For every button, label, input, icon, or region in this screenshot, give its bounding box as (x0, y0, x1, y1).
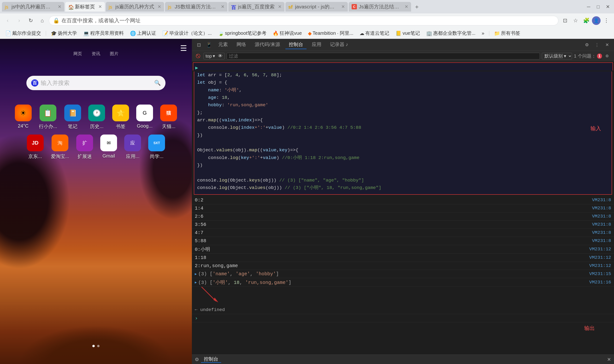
devtools-device-button[interactable]: 📱 (205, 41, 213, 49)
cast-button[interactable]: ⊡ (560, 16, 570, 26)
app-weather[interactable]: ☀ 24°C (15, 104, 32, 130)
close-button[interactable]: ✕ (603, 2, 612, 11)
devtools-tab-application[interactable]: 应用 (308, 40, 325, 49)
source-link-5[interactable]: VM231:8 (587, 230, 611, 235)
app-office[interactable]: 📋 行小办... (39, 104, 57, 130)
tab-js-traverse[interactable]: js js中的几种遍历方... ✕ (2, 2, 64, 12)
devtools-tab-sources[interactable]: 源代码/来源 (251, 40, 284, 49)
extensions-button[interactable]: 🧩 (581, 16, 591, 26)
minimize-button[interactable]: ─ (584, 2, 593, 11)
filter-input[interactable] (229, 53, 537, 59)
nav-web[interactable]: 网页 (73, 51, 82, 57)
tab-js-array[interactable]: js JS数组遍历方法：... ✕ (165, 2, 227, 12)
expand-arrow-1[interactable]: ▶ (195, 272, 197, 276)
address-bar[interactable]: 🔒 在百度中搜索，或者输入一个网址 (49, 16, 558, 26)
devtools-more-button[interactable]: ⋮ (593, 41, 601, 49)
bookmark-thesis[interactable]: 📝 毕业设计（论文）... (160, 30, 214, 37)
nav-images[interactable]: 图片 (110, 51, 118, 57)
bookmark-teambition[interactable]: ◆ Teambition · 阿里... (306, 30, 356, 37)
tab-baidu-search[interactable]: 百 js遍历_百度搜索 ✕ (228, 2, 285, 12)
page-dot-1[interactable] (92, 345, 95, 347)
expand-arrow-2[interactable]: ▶ (195, 280, 197, 284)
bookmark-all[interactable]: 📁 所有书签 (492, 30, 523, 37)
app-study[interactable]: SXT 尚学... (148, 134, 165, 160)
bookmark-more[interactable]: » (479, 30, 487, 37)
bookmark-button[interactable]: ☆ (571, 16, 580, 26)
app-ext[interactable]: 扩 扩展迷 (76, 134, 93, 160)
bookmark-icon: 🏢 (426, 30, 432, 36)
tab-close-2[interactable]: ✕ (98, 4, 102, 9)
maximize-button[interactable]: □ (594, 2, 602, 11)
devtools-inspect-button[interactable]: ⊡ (195, 41, 203, 49)
app-apps[interactable]: 应 应用... (124, 134, 141, 160)
source-link-9[interactable]: VM231:12 (585, 263, 611, 268)
bookmark-springboot[interactable]: 🍃 springboot笔记参考 (216, 30, 269, 37)
devtools-settings-button[interactable]: ⚙ (583, 41, 591, 49)
hamburger-menu[interactable]: ☰ (180, 44, 187, 53)
bookmark-network-auth[interactable]: 🌐 上网认证 (128, 30, 158, 37)
bookmark-huidu[interactable]: 🏢 惠都企业数字化管... (424, 30, 478, 37)
profile-button[interactable]: 👤 (592, 16, 601, 25)
bookmark-dev-resources[interactable]: 💻 程序员常用资料 (81, 30, 126, 37)
source-link-4[interactable]: VM231:8 (587, 222, 611, 227)
tab-js-summary[interactable]: C Js遍历方法总结_与... ✕ (349, 2, 411, 12)
tab-js-ways[interactable]: js js遍历的几种方式 ✕ (106, 2, 164, 12)
bookmark-crazy-vue[interactable]: 🔥 狂神说vue (270, 30, 304, 37)
app-history[interactable]: 🕐 历史... (88, 104, 105, 130)
nav-resources[interactable]: 资讯 (91, 51, 100, 57)
tmall-icon: 猫 (160, 104, 177, 121)
devtools-tab-network[interactable]: 网络 (233, 40, 249, 49)
devtools-close-status[interactable]: ✕ (607, 357, 611, 362)
issues-settings-button[interactable]: ⚙ (603, 52, 611, 60)
app-taobao[interactable]: 淘 爱淘宝... (51, 134, 69, 160)
tab-close-6[interactable]: ✕ (341, 4, 345, 9)
tab-close-4[interactable]: ✕ (221, 4, 224, 9)
new-tab-button[interactable]: ＋ (412, 2, 422, 12)
tab-close-3[interactable]: ✕ (157, 4, 161, 9)
source-link-1[interactable]: VM231:8 (587, 197, 611, 203)
status-tab-console[interactable]: 控制台 (201, 356, 221, 363)
source-link-3[interactable]: VM231:8 (587, 214, 611, 219)
forward-button[interactable]: › (14, 16, 24, 26)
source-link-8[interactable]: VM231:12 (585, 255, 611, 260)
app-bookmark[interactable]: ⭐ 书签 (112, 104, 129, 130)
devtools-tab-recorder[interactable]: 记录器 ♪ (327, 40, 352, 49)
tab-sf[interactable]: sf javascript - js的参... ✕ (286, 2, 348, 12)
bookmark-vue-notes[interactable]: 📒 vue笔记 (393, 30, 422, 37)
menu-button[interactable]: ⋮ (601, 16, 611, 26)
top-selector[interactable]: top ▾ 👁 (203, 53, 225, 59)
source-link-2[interactable]: VM231:8 (587, 206, 611, 211)
app-note[interactable]: 📔 笔记 (64, 104, 81, 130)
bookmark-yangzhou[interactable]: 🎓 扬州大学 (49, 30, 79, 37)
source-link-15[interactable]: VM231:15 (585, 271, 611, 276)
back-button[interactable]: ‹ (3, 16, 13, 26)
devtools-tab-console[interactable]: 控制台 (286, 40, 307, 49)
app-google[interactable]: G Goog... (136, 104, 153, 130)
devtools-close-button[interactable]: ✕ (603, 41, 611, 49)
app-jd[interactable]: JD 京东... (27, 134, 44, 160)
bookmark-youdao[interactable]: ☁ 有道云笔记 (357, 30, 392, 37)
console-input-line[interactable]: › (192, 314, 614, 322)
tab-close-1[interactable]: ✕ (58, 4, 61, 9)
console-clear-button[interactable]: 🚫 (195, 53, 201, 59)
source-link-6[interactable]: VM231:8 (587, 238, 611, 243)
source-link-16[interactable]: VM231:16 (585, 280, 611, 285)
home-button[interactable]: ⌂ (38, 16, 47, 26)
console-output[interactable]: ▶ let arr = [2, 4, 6, 56, 7, 88]; let ob… (192, 61, 614, 354)
tab-close-7[interactable]: ✕ (405, 4, 408, 9)
level-select[interactable]: 默认级别 ▾ (542, 53, 572, 59)
search-box[interactable]: 百 输入并搜索 🔍 (26, 76, 166, 90)
bookmark-dell[interactable]: 📄 戴尔作业提交 (3, 30, 43, 37)
search-input[interactable]: 输入并搜索 (41, 79, 152, 87)
tab-new-tab[interactable]: 🏠 新标签页 ✕ (65, 2, 105, 12)
source-link-7[interactable]: VM231:12 (585, 247, 611, 252)
issues-badge: 1 (597, 53, 602, 59)
app-gmail[interactable]: ✉ Gmail (100, 134, 117, 160)
settings-icon-bottom[interactable]: ⚙ (195, 357, 199, 362)
tab-close-5[interactable]: ✕ (278, 4, 282, 9)
app-tmall[interactable]: 猫 天猫... (160, 104, 177, 130)
reload-button[interactable]: ↻ (26, 16, 36, 26)
page-dot-2[interactable] (97, 345, 100, 347)
devtools-tab-elements[interactable]: 元素 (215, 40, 231, 49)
app-row-2: JD 京东... 淘 爱淘宝... 扩 扩展迷 ✉ Gmail (27, 134, 165, 160)
